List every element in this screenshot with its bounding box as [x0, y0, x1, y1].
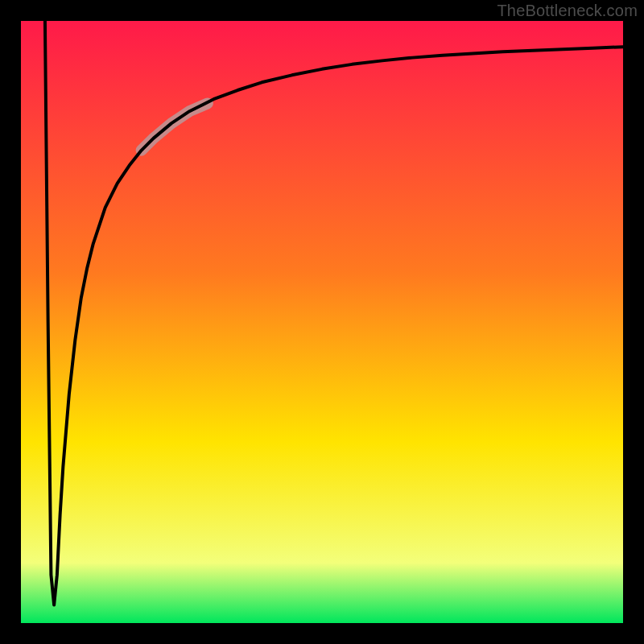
watermark-text: TheBottleneck.com	[497, 2, 638, 20]
frame-bottom	[0, 623, 644, 644]
frame-left	[0, 0, 21, 644]
frame-right	[623, 0, 644, 644]
gradient-background	[21, 21, 623, 623]
chart-stage: TheBottleneck.com	[0, 0, 644, 644]
plot-svg	[21, 21, 623, 623]
plot-area	[21, 21, 623, 623]
